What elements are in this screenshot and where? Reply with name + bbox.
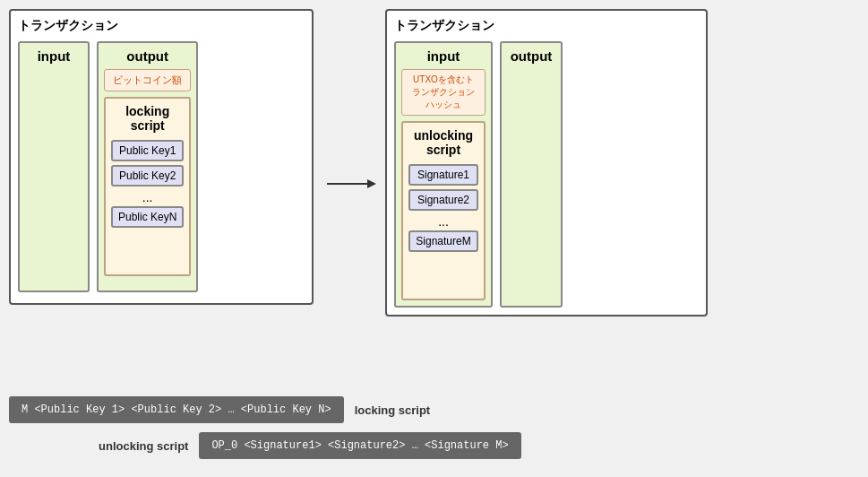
key-item-n: Public KeyN — [111, 206, 184, 228]
bottom-area: M <Public Key 1> <Public Key 2> … <Publi… — [9, 396, 859, 468]
right-output-label: output — [507, 48, 555, 64]
sig-item-1: Signature1 — [408, 164, 478, 186]
left-input-label: input — [25, 48, 82, 64]
diagram-area: トランザクション input output ビットコイン額 lockingscr… — [0, 0, 868, 317]
right-input-label: input — [401, 48, 486, 64]
unlocking-script-label: unlockingscript — [408, 128, 478, 157]
left-output-label: output — [104, 48, 191, 64]
left-transaction-title: トランザクション — [18, 18, 305, 34]
left-input-panel: input — [18, 41, 90, 292]
key-item-2: Public Key2 — [111, 165, 184, 186]
right-tx-inner: input UTXOを含むトランザクションハッシュ unlockingscrip… — [394, 41, 699, 308]
unlocking-code-block: OP_0 <Signature1> <Signature2> … <Signat… — [199, 432, 520, 459]
left-output-panel: output ビットコイン額 lockingscript Public Key1… — [97, 41, 198, 292]
utxo-box: UTXOを含むトランザクションハッシュ — [401, 69, 486, 116]
locking-type-label: locking script — [355, 403, 431, 417]
left-transaction-box: トランザクション input output ビットコイン額 lockingscr… — [9, 9, 314, 305]
left-tx-inner: input output ビットコイン額 lockingscript Publi… — [18, 41, 305, 292]
right-transaction-box: トランザクション input UTXOを含むトランザクションハッシュ unloc… — [385, 9, 708, 317]
right-transaction-title: トランザクション — [394, 18, 699, 34]
unlocking-script-row: unlocking script OP_0 <Signature1> <Sign… — [9, 432, 859, 459]
locking-script-label: lockingscript — [111, 104, 184, 133]
key-item-1: Public Key1 — [111, 140, 184, 161]
sig-item-m: SignatureM — [408, 230, 478, 252]
svg-marker-1 — [367, 179, 376, 188]
unlocking-type-label: unlocking script — [99, 439, 188, 453]
sig-dots: ... — [408, 214, 478, 229]
unlocking-script-container: unlockingscript Signature1 Signature2 ..… — [401, 121, 486, 300]
arrow-icon — [322, 170, 376, 197]
key-dots: ... — [111, 190, 184, 204]
right-input-panel: input UTXOを含むトランザクションハッシュ unlockingscrip… — [394, 41, 493, 308]
locking-code-block: M <Public Key 1> <Public Key 2> … <Publi… — [9, 396, 344, 423]
arrow-container — [322, 9, 376, 197]
right-output-panel: output — [500, 41, 563, 308]
bitcoin-amount: ビットコイン額 — [104, 69, 191, 91]
locking-script-row: M <Public Key 1> <Public Key 2> … <Publi… — [9, 396, 859, 423]
sig-item-2: Signature2 — [408, 189, 478, 211]
locking-script-container: lockingscript Public Key1 Public Key2 ..… — [104, 97, 191, 276]
